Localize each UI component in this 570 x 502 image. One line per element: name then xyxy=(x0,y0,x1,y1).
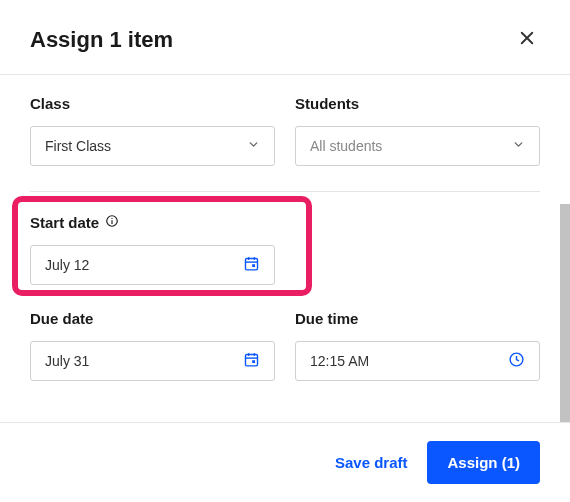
close-button[interactable] xyxy=(514,25,540,54)
scrollbar-thumb[interactable] xyxy=(560,204,570,422)
students-select[interactable]: All students xyxy=(295,126,540,166)
svg-rect-10 xyxy=(245,355,257,366)
close-icon xyxy=(518,35,536,50)
due-date-input[interactable]: July 31 xyxy=(30,341,275,381)
section-divider xyxy=(30,191,540,192)
svg-rect-14 xyxy=(252,360,255,363)
due-time-value: 12:15 AM xyxy=(310,353,369,369)
class-value: First Class xyxy=(45,138,111,154)
start-date-value: July 12 xyxy=(45,257,89,273)
chevron-down-icon xyxy=(247,138,260,154)
assign-button[interactable]: Assign (1) xyxy=(427,441,540,484)
modal-body: Class First Class Students All students xyxy=(0,75,570,422)
students-label: Students xyxy=(295,95,540,112)
clock-icon xyxy=(508,351,525,371)
modal-footer: Save draft Assign (1) xyxy=(0,422,570,502)
class-label: Class xyxy=(30,95,275,112)
svg-rect-5 xyxy=(245,259,257,270)
students-placeholder: All students xyxy=(310,138,382,154)
save-draft-button[interactable]: Save draft xyxy=(335,454,408,471)
modal-header: Assign 1 item xyxy=(0,0,570,75)
start-date-input[interactable]: July 12 xyxy=(30,245,275,285)
calendar-icon xyxy=(243,351,260,371)
due-date-label: Due date xyxy=(30,310,275,327)
info-icon[interactable] xyxy=(105,214,119,231)
due-time-label: Due time xyxy=(295,310,540,327)
chevron-down-icon xyxy=(512,138,525,154)
start-date-label: Start date xyxy=(30,214,275,231)
class-select[interactable]: First Class xyxy=(30,126,275,166)
due-time-input[interactable]: 12:15 AM xyxy=(295,341,540,381)
due-date-value: July 31 xyxy=(45,353,89,369)
calendar-icon xyxy=(243,255,260,275)
modal-title: Assign 1 item xyxy=(30,27,173,53)
svg-rect-9 xyxy=(252,264,255,267)
assign-modal: Assign 1 item Class First Class xyxy=(0,0,570,502)
svg-point-4 xyxy=(112,218,113,219)
start-date-label-text: Start date xyxy=(30,214,99,231)
